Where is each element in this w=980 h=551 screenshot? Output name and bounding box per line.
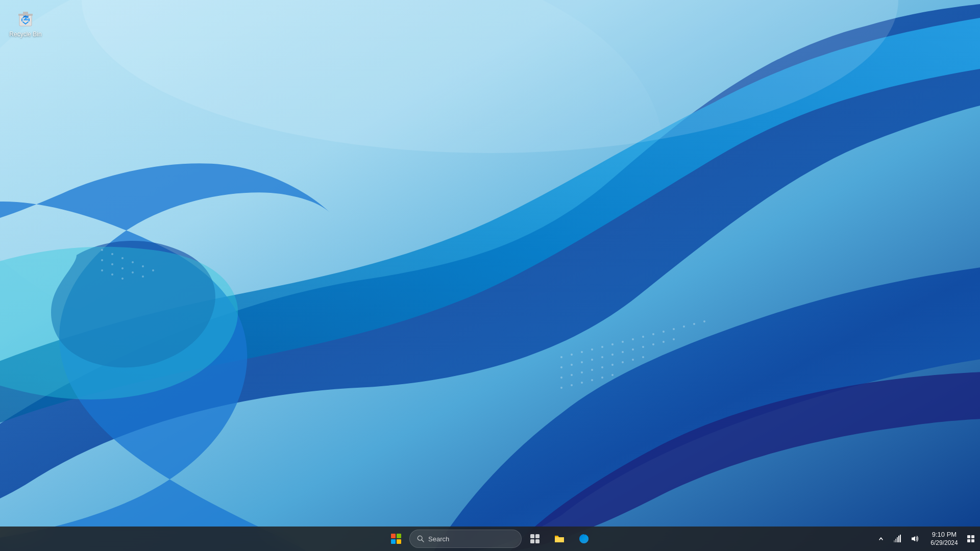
- svg-point-45: [111, 253, 113, 255]
- recycle-bin-icon: [15, 8, 36, 29]
- svg-rect-75: [898, 536, 899, 542]
- clock-button[interactable]: 9:10 PM 6/29/2024: [924, 530, 965, 548]
- network-icon: [893, 535, 901, 543]
- svg-point-21: [601, 356, 603, 358]
- svg-point-52: [121, 267, 124, 269]
- wallpaper: [0, 0, 980, 551]
- network-button[interactable]: [889, 528, 905, 550]
- svg-point-25: [642, 346, 644, 348]
- svg-point-10: [642, 336, 644, 338]
- edge-button[interactable]: [573, 528, 595, 550]
- svg-point-23: [622, 351, 624, 353]
- desktop-icons-container: Recycle Bin: [5, 5, 46, 42]
- svg-point-13: [673, 328, 675, 330]
- svg-point-39: [571, 384, 573, 386]
- svg-point-7: [611, 343, 614, 345]
- start-button[interactable]: [385, 528, 407, 550]
- svg-point-18: [571, 364, 573, 366]
- svg-rect-79: [967, 539, 970, 542]
- svg-point-40: [581, 382, 583, 384]
- svg-rect-64: [391, 539, 396, 544]
- svg-line-67: [422, 540, 424, 542]
- svg-point-29: [560, 377, 562, 379]
- svg-point-33: [601, 366, 603, 368]
- svg-point-49: [152, 269, 154, 271]
- taskbar-center: Search: [385, 528, 595, 550]
- svg-point-48: [142, 265, 144, 267]
- svg-point-56: [111, 273, 113, 276]
- volume-icon: [911, 535, 919, 543]
- svg-rect-72: [894, 540, 895, 542]
- windows-logo-icon: [390, 533, 402, 544]
- svg-rect-70: [530, 539, 534, 543]
- notification-button[interactable]: [966, 528, 976, 550]
- taskbar: Search: [0, 527, 980, 551]
- svg-rect-61: [23, 12, 28, 14]
- svg-point-15: [693, 323, 695, 325]
- svg-point-26: [652, 343, 654, 345]
- notification-icon: [967, 535, 974, 542]
- svg-rect-74: [897, 537, 898, 542]
- svg-point-57: [121, 278, 124, 280]
- svg-rect-78: [971, 535, 974, 538]
- svg-rect-68: [530, 534, 534, 538]
- svg-point-31: [581, 371, 583, 373]
- svg-point-20: [591, 359, 593, 361]
- svg-point-42: [601, 377, 603, 379]
- svg-point-22: [611, 354, 614, 356]
- svg-point-38: [560, 387, 562, 389]
- svg-point-44: [101, 249, 103, 251]
- svg-point-14: [683, 325, 685, 328]
- svg-point-30: [571, 374, 573, 376]
- show-hidden-icons-button[interactable]: [874, 528, 888, 550]
- svg-point-54: [142, 276, 144, 278]
- svg-point-43: [611, 374, 614, 376]
- file-explorer-icon: [554, 533, 565, 544]
- widgets-button[interactable]: [524, 528, 546, 550]
- svg-point-51: [111, 263, 113, 265]
- svg-point-50: [101, 259, 103, 261]
- chevron-up-icon: [878, 536, 884, 541]
- svg-point-28: [673, 338, 675, 340]
- svg-point-2: [560, 356, 562, 358]
- svg-point-36: [632, 359, 634, 361]
- svg-point-24: [632, 348, 634, 350]
- widgets-icon: [530, 534, 540, 544]
- svg-rect-77: [967, 535, 970, 538]
- desktop: Recycle Bin Search: [0, 0, 980, 551]
- recycle-bin-icon-item[interactable]: Recycle Bin: [5, 5, 46, 42]
- svg-rect-73: [895, 539, 896, 542]
- svg-point-6: [601, 346, 603, 348]
- volume-button[interactable]: [906, 528, 923, 550]
- svg-point-47: [132, 261, 134, 263]
- svg-point-41: [591, 379, 593, 381]
- search-icon: [417, 535, 424, 542]
- edge-icon: [578, 533, 590, 544]
- svg-point-11: [652, 333, 654, 335]
- svg-point-17: [560, 366, 562, 368]
- svg-point-4: [581, 351, 583, 353]
- svg-point-34: [611, 364, 614, 366]
- svg-rect-65: [397, 539, 401, 544]
- svg-point-53: [132, 271, 134, 273]
- svg-rect-63: [397, 534, 401, 538]
- recycle-bin-label: Recycle Bin: [9, 31, 41, 39]
- svg-point-32: [591, 369, 593, 371]
- svg-point-27: [663, 341, 665, 343]
- search-bar[interactable]: Search: [409, 530, 522, 548]
- svg-rect-80: [971, 539, 974, 542]
- file-explorer-button[interactable]: [548, 528, 571, 550]
- svg-point-16: [703, 320, 705, 322]
- clock-time: 9:10 PM: [932, 531, 957, 539]
- svg-point-46: [121, 257, 124, 259]
- svg-rect-69: [535, 534, 540, 538]
- svg-point-3: [571, 354, 573, 356]
- svg-point-12: [663, 331, 665, 333]
- search-text: Search: [428, 535, 449, 543]
- system-tray: 9:10 PM 6/29/2024: [874, 527, 980, 551]
- svg-point-9: [632, 338, 634, 340]
- svg-point-37: [642, 356, 644, 358]
- svg-point-5: [591, 348, 593, 350]
- svg-rect-76: [900, 535, 901, 542]
- svg-point-55: [101, 269, 103, 271]
